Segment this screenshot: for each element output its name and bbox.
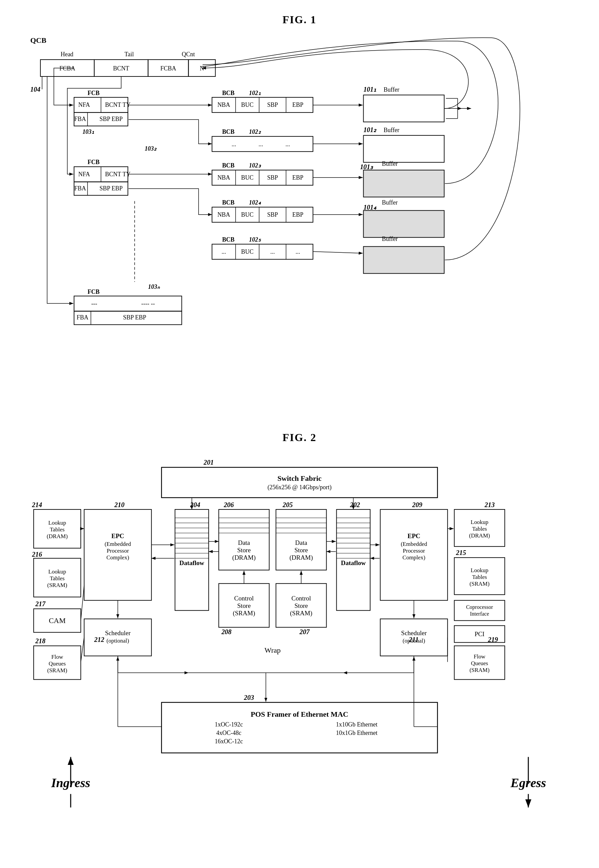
ref-1022: 102₂ bbox=[249, 128, 261, 135]
bcb1-label: BCB bbox=[222, 90, 235, 97]
epc-left-sub1: (Embedded bbox=[105, 541, 131, 547]
lt-dram-left-label3: (DRAM) bbox=[47, 533, 68, 539]
dots51-label: ... bbox=[221, 248, 226, 255]
svg-rect-28 bbox=[363, 170, 444, 197]
lt-sram-right-label2: Tables bbox=[472, 574, 487, 580]
ref-207: 207 bbox=[300, 628, 310, 636]
buffer1-label: Buffer bbox=[384, 86, 399, 93]
ref-1013: 101₃ bbox=[360, 163, 373, 171]
fq-sram-right-label: Flow bbox=[474, 654, 486, 660]
epc-right-sub1: (Embedded bbox=[401, 541, 427, 547]
fig1-title: FIG. 1 bbox=[20, 14, 579, 26]
ref-204: 204 bbox=[190, 501, 200, 509]
ref-104: 104 bbox=[30, 86, 41, 93]
ref-213: 213 bbox=[484, 501, 495, 509]
fig1-diagram: QCB Head Tail QCnt FCBA BCNT FCBA N 104 bbox=[20, 33, 579, 403]
ref-1012: 101₂ bbox=[363, 126, 377, 133]
head-label: Head bbox=[60, 51, 74, 57]
qcb-label: QCB bbox=[30, 36, 47, 44]
qcnt-label: QCnt bbox=[182, 51, 195, 57]
pos-line1-label: 1xOC-192c bbox=[215, 721, 243, 728]
bcntty1-label: BCNT TY bbox=[105, 101, 131, 108]
data-store-dram2-label3: (DRAM) bbox=[290, 554, 313, 562]
buffer2-label: Buffer bbox=[384, 127, 399, 133]
dataflow-left-label: Dataflow bbox=[179, 559, 205, 566]
ref-212: 212 bbox=[94, 636, 104, 643]
sbp4-label: SBP bbox=[267, 211, 278, 218]
epc-left-sub2: Processor bbox=[107, 548, 129, 554]
lt-sram-left-label3: (SRAM) bbox=[47, 582, 67, 588]
bcb5-label: BCB bbox=[222, 236, 235, 243]
pos-line3-label: 4xOC-48c bbox=[216, 729, 241, 736]
svg-rect-38 bbox=[363, 247, 444, 273]
data-store-dram1-label2: Store bbox=[237, 546, 251, 554]
svg-rect-17 bbox=[363, 136, 444, 162]
buffer3-label: Buffer bbox=[382, 160, 398, 167]
ctrl-store-sram1-label: Control bbox=[234, 595, 254, 602]
nfa1-label: NFA bbox=[78, 101, 90, 108]
ctrl-store-sram1-label3: (SRAM) bbox=[233, 610, 255, 617]
ref-206: 206 bbox=[224, 501, 234, 509]
fig2-title: FIG. 2 bbox=[20, 431, 579, 444]
pos-line2-label: 1x10Gb Ethernet bbox=[336, 721, 378, 728]
sched-right-label2: (optional) bbox=[403, 637, 425, 644]
svg-rect-15 bbox=[363, 95, 444, 122]
wrap-label: Wrap bbox=[265, 646, 281, 654]
switch-fabric-sub: (256x256 @ 14Gbps/port) bbox=[267, 484, 331, 491]
epc-right-label: EPC bbox=[408, 532, 420, 539]
fq-sram-left-label: Flow bbox=[51, 654, 63, 660]
buc1-label: BUC bbox=[241, 101, 254, 108]
bcb2-label: BCB bbox=[222, 128, 235, 135]
sbpebpn-label: SBP EBP bbox=[123, 314, 146, 321]
nfa2-label: NFA bbox=[78, 171, 90, 178]
coproc-label2: Interface bbox=[470, 611, 489, 617]
pci-label: PCI bbox=[474, 631, 485, 637]
ref-1011: 101₁ bbox=[363, 86, 376, 93]
fba2-label: FBA bbox=[74, 185, 86, 192]
sched-left-label: Scheduler bbox=[105, 629, 131, 637]
epc-left-label: EPC bbox=[111, 532, 124, 539]
sched-right-label: Scheduler bbox=[401, 629, 427, 637]
fq-sram-right-label3: (SRAM) bbox=[470, 667, 489, 673]
buffer4-label: Buffer bbox=[382, 199, 398, 206]
epc-right-sub2: Processor bbox=[403, 548, 425, 554]
nba1-label: NBA bbox=[218, 101, 230, 108]
coproc-label: Coprocessor bbox=[466, 604, 493, 610]
pos-line4-label: 10x1Gb Ethernet bbox=[336, 729, 378, 736]
ref-103n: 103ₙ bbox=[148, 283, 160, 290]
ref-1025: 102₅ bbox=[249, 236, 261, 243]
n-cell: N bbox=[200, 65, 204, 72]
ebp4-label: EBP bbox=[292, 211, 303, 218]
sbp3-label: SBP bbox=[267, 174, 278, 181]
bcb3-label: BCB bbox=[222, 162, 235, 169]
ref-201: 201 bbox=[203, 459, 214, 466]
ref-208: 208 bbox=[221, 628, 232, 636]
ref-217: 217 bbox=[35, 600, 46, 608]
data-store-dram1-label: Data bbox=[238, 539, 250, 546]
svg-rect-40 bbox=[74, 296, 182, 311]
dots23-label: ... bbox=[286, 141, 290, 148]
lt-dram-left-label2: Tables bbox=[50, 526, 65, 533]
dots22-label: ... bbox=[259, 141, 263, 148]
lt-dram-right-label: Lookup bbox=[471, 519, 489, 525]
fcba-cell: FCBA bbox=[59, 65, 75, 72]
ctrl-store-sram2-label2: Store bbox=[294, 602, 308, 609]
lt-dram-left-label: Lookup bbox=[48, 519, 66, 526]
switch-fabric-title: Switch Fabric bbox=[277, 474, 322, 483]
ref-1023: 102₃ bbox=[249, 162, 261, 169]
svg-rect-33 bbox=[363, 211, 444, 237]
tail-label: Tail bbox=[125, 51, 134, 57]
pos-framer-label: POS Framer of Ethernet MAC bbox=[251, 710, 349, 719]
ref-209: 209 bbox=[412, 501, 422, 509]
cam-label: CAM bbox=[49, 616, 66, 625]
sbp1-label: SBP bbox=[267, 101, 278, 108]
ref-1031: 103₁ bbox=[83, 128, 94, 135]
fig1-svg: QCB Head Tail QCnt FCBA BCNT FCBA N 104 bbox=[20, 33, 579, 386]
epc-right-sub3: Complex) bbox=[402, 554, 425, 561]
fcb2-label: FCB bbox=[87, 159, 100, 165]
data-store-dram1-label3: (DRAM) bbox=[232, 554, 256, 562]
ref-205: 205 bbox=[283, 501, 293, 509]
lt-sram-left-label: Lookup bbox=[48, 568, 66, 575]
ref-203: 203 bbox=[244, 694, 254, 701]
ref-215: 215 bbox=[456, 549, 466, 556]
